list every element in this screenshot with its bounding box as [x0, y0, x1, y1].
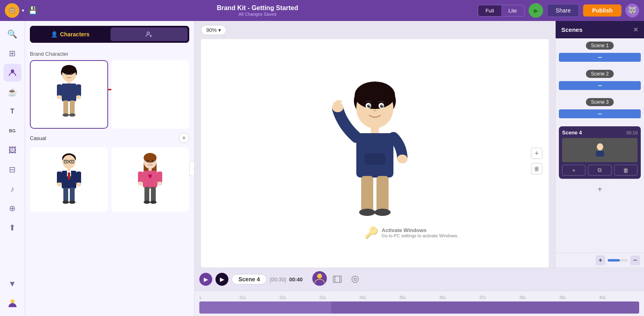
- brand-character-section: Brand Character: [25, 48, 194, 59]
- sidebar-item-image[interactable]: 🖼: [4, 141, 21, 159]
- svg-point-42: [69, 201, 75, 204]
- character-card-1[interactable]: [30, 60, 108, 129]
- mode-lite-button[interactable]: Lite: [501, 5, 524, 16]
- scene-2-badge[interactable]: Scene 2: [586, 70, 613, 78]
- tab-characters-label: Characters: [60, 31, 90, 38]
- sidebar-item-search[interactable]: 🔍: [4, 25, 21, 43]
- ruler-tick-8: 38s: [519, 295, 526, 300]
- sidebar-item-layers[interactable]: ⊞: [4, 44, 21, 62]
- scene-4-thumbnail[interactable]: [562, 138, 638, 162]
- svg-rect-35: [57, 172, 62, 184]
- svg-rect-21: [70, 100, 75, 115]
- publish-button[interactable]: Publish: [583, 4, 621, 17]
- sidebar-item-background[interactable]: BG: [4, 122, 21, 140]
- panel-header: 👤 Characters: [25, 21, 194, 48]
- scene-3-badge[interactable]: Scene 3: [586, 98, 613, 106]
- share-button[interactable]: Share: [547, 4, 579, 17]
- windows-activate-line1: Activate Windows: [382, 227, 458, 233]
- svg-point-66: [382, 105, 383, 106]
- svg-point-46: [147, 160, 149, 162]
- svg-point-11: [62, 65, 76, 75]
- svg-point-2: [147, 32, 150, 34]
- svg-point-22: [63, 113, 69, 117]
- scene-item-4-active: Scene 4 00:10 + ⧉: [559, 126, 641, 179]
- tab-characters[interactable]: 👤 Characters: [31, 27, 109, 41]
- canvas-area: 90% ▾: [194, 21, 555, 268]
- sidebar-item-music[interactable]: ♪: [4, 180, 21, 198]
- svg-rect-73: [376, 176, 389, 212]
- logo[interactable]: 🐵: [5, 3, 19, 18]
- svg-point-60: [355, 82, 395, 109]
- brand-character-label: Brand Character: [30, 51, 68, 57]
- ruler-tick-0: s: [199, 295, 201, 300]
- zoom-control[interactable]: 90% ▾: [201, 25, 226, 35]
- svg-point-80: [317, 274, 322, 278]
- preview-play-button[interactable]: ▶: [529, 3, 543, 18]
- svg-rect-36: [76, 172, 81, 184]
- sidebar-item-character[interactable]: [4, 64, 21, 82]
- save-icon[interactable]: 💾: [28, 6, 37, 15]
- character-card-empty[interactable]: [111, 60, 190, 129]
- sidebar-item-coffee[interactable]: ☕: [4, 83, 21, 101]
- sidebar-user-profile[interactable]: [4, 294, 21, 312]
- zoom-minus-button[interactable]: −: [630, 255, 640, 265]
- zoom-controls: + −: [556, 253, 644, 268]
- character-card-3[interactable]: [30, 147, 108, 212]
- timeline-play2-button[interactable]: ▶: [215, 273, 228, 286]
- svg-point-13: [70, 73, 72, 75]
- scenes-close-button[interactable]: ✕: [633, 26, 638, 33]
- scene-1-minus-button[interactable]: −: [559, 53, 641, 62]
- scene-4-add-button[interactable]: +: [562, 165, 585, 176]
- svg-rect-72: [361, 176, 373, 212]
- timeline-play-button[interactable]: ▶: [199, 273, 212, 286]
- scene-3-minus-button[interactable]: −: [559, 109, 641, 118]
- sidebar-item-grid[interactable]: ⊟: [4, 161, 21, 178]
- svg-rect-49: [143, 171, 157, 188]
- timeline-controls: ▶ ▶ Scene 4 [00:30] 00:40: [194, 268, 644, 291]
- svg-point-53: [157, 182, 162, 186]
- svg-point-47: [152, 160, 154, 162]
- sidebar-item-upload[interactable]: ⬆: [4, 219, 21, 236]
- svg-point-38: [76, 182, 81, 186]
- svg-rect-39: [63, 188, 68, 202]
- svg-rect-31: [67, 168, 71, 171]
- scene-4-copy-button[interactable]: ⧉: [588, 165, 611, 176]
- canvas-delete-button[interactable]: 🗑: [531, 163, 542, 174]
- scenes-list: Scene 1 − Scene 2 −: [556, 38, 644, 253]
- svg-point-77: [597, 143, 603, 151]
- timeline-track[interactable]: [199, 301, 639, 314]
- character-card-4[interactable]: [111, 147, 190, 212]
- sidebar-item-transform[interactable]: ⊕: [4, 199, 21, 217]
- svg-point-23: [69, 113, 75, 117]
- avatar[interactable]: 🐺: [625, 4, 639, 17]
- scene-4-delete-button[interactable]: 🗑: [614, 165, 638, 176]
- canvas-add-button[interactable]: +: [531, 148, 542, 159]
- mode-full-button[interactable]: Full: [478, 5, 501, 16]
- timeline-frames-icon[interactable]: [330, 272, 345, 287]
- sidebar-item-filter[interactable]: ▼: [4, 275, 21, 293]
- panel-collapse-button[interactable]: ‹: [189, 161, 194, 176]
- timeline-time-bracket: [00:30]: [270, 276, 286, 283]
- svg-point-45: [144, 153, 157, 163]
- svg-rect-15: [62, 84, 76, 101]
- timeline-char-icon-wrap[interactable]: [312, 271, 327, 287]
- logo-dropdown-arrow[interactable]: ▾: [22, 8, 24, 13]
- canvas-delete-icon: 🗑: [534, 165, 539, 172]
- zoom-plus-button[interactable]: +: [596, 255, 605, 265]
- scene-4-label: Scene 4: [562, 130, 582, 136]
- scene-2-minus-button[interactable]: −: [559, 81, 641, 90]
- svg-rect-50: [138, 172, 143, 183]
- scene-1-badge[interactable]: Scene 1: [586, 42, 613, 50]
- casual-add-button[interactable]: +: [179, 133, 189, 143]
- logo-icon: 🐵: [8, 6, 17, 15]
- add-scene-button[interactable]: +: [594, 184, 606, 195]
- ruler-tick-9: 39s: [559, 295, 566, 300]
- sidebar-item-text[interactable]: T: [4, 103, 21, 120]
- svg-rect-78: [596, 151, 604, 157]
- right-section: 90% ▾: [194, 21, 644, 316]
- page-title: Brand Kit - Getting Started: [41, 4, 474, 12]
- tab-add-character[interactable]: [111, 27, 188, 41]
- timeline-camera-icon[interactable]: [348, 272, 362, 287]
- zoom-slider[interactable]: [608, 259, 628, 262]
- timeline-time-current: 00:40: [289, 276, 303, 283]
